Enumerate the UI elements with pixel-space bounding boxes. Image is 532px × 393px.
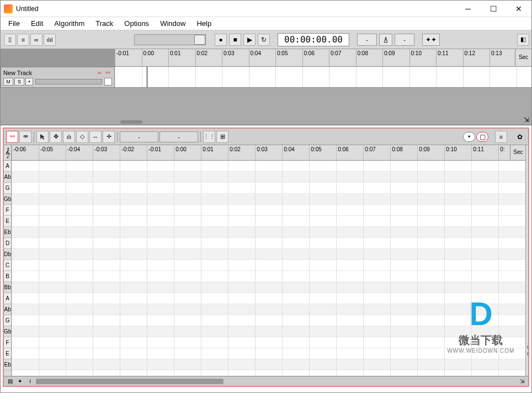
menu-file[interactable]: File [3,18,25,29]
loop-button[interactable]: ↻ [258,34,270,46]
link-icon[interactable]: ∞ [30,34,42,46]
horizontal-scrollbar[interactable] [36,379,516,384]
metronome-button[interactable] [379,34,392,46]
snap-button[interactable]: ⋮⋮ [203,131,215,143]
view-2-icon[interactable]: ✦ [16,378,24,385]
move-tool-button[interactable]: ✥ [50,131,62,143]
wave-tool-button[interactable]: ılı [63,131,75,143]
layout-icon[interactable]: ▯ [4,34,16,46]
track-link-icon[interactable]: ∞ [98,70,104,76]
view-pill-a[interactable]: • [463,132,475,142]
ruler2-tick: -0:01 [147,145,174,160]
key-e[interactable]: E [4,216,11,227]
record-button[interactable]: ● [215,34,227,46]
effects-button[interactable]: ✦✦ [422,34,440,46]
track-timeline: -0:01 0:00 0:01 0:02 0:03 0:04 0:05 0:06… [115,49,531,125]
key-b[interactable]: B [4,271,11,282]
menu-options[interactable]: Options [119,18,155,29]
close-button[interactable]: ✕ [506,1,531,17]
track-name: New Track [3,70,32,76]
ruler2-tick: 0:06 [336,145,363,160]
track-lane[interactable] [115,67,531,88]
track-volume-slider[interactable] [35,79,102,84]
sec-label-2[interactable]: Sec [510,145,525,160]
clef-icon: 𝄞 [4,145,11,161]
ruler2-tick: 0:10 [444,145,471,160]
key-d[interactable]: D [4,238,11,249]
view-1-icon[interactable]: ▤ [6,378,14,385]
key-f2[interactable]: F [4,337,11,348]
stretch-tool-button[interactable]: ↔ [89,131,102,143]
tempo-display-b[interactable]: - [395,34,414,46]
progress-handle[interactable] [194,35,205,45]
menubar: File Edit Algorithm Track Options Window… [1,17,531,30]
play-button[interactable]: ▶ [243,34,256,46]
menu-track[interactable]: Track [90,18,119,29]
stop-button[interactable]: ■ [229,34,241,46]
piano-ruler[interactable]: -0:06 -0:05 -0:04 -0:03 -0:02 -0:01 0:00… [12,145,525,161]
note-display-b[interactable]: - [159,131,198,142]
key-ab[interactable]: Ab [4,172,11,183]
key-eb[interactable]: Eb [4,227,11,238]
key-g[interactable]: G [4,183,11,194]
cursor-icon [40,134,45,140]
track-dot-button[interactable]: • [25,78,33,86]
hscroll-thumb-2[interactable] [36,379,224,384]
grid-button[interactable]: ⊞ [216,131,228,143]
zoom-dot-icon [527,345,528,349]
menu-edit[interactable]: Edit [25,18,49,29]
ruler2-tick: -0:03 [93,145,120,160]
key-eb2[interactable]: Eb [4,359,11,370]
ruler2-tick: 0:09 [417,145,444,160]
view-3-icon[interactable]: ⫲ [26,378,34,385]
key-g2[interactable]: G [4,315,11,326]
solo-button[interactable]: S [14,78,24,86]
key-a[interactable]: A [4,161,11,172]
gear-button[interactable]: ✿ [514,131,526,143]
ruler-tick: 0:10 [409,49,437,66]
key-gb2[interactable]: Gb [4,326,11,337]
progress-slider[interactable] [134,34,206,45]
ruler2-tick: 0:05 [309,145,336,160]
settings-icon-button[interactable]: ≡ [495,131,507,143]
resize-icon[interactable]: ⇲ [524,116,529,124]
key-f[interactable]: F [4,205,11,216]
piano-keys: 𝄞 A Ab G Gb F E Eb D Db C 5 B Bb A Ab G … [4,145,12,376]
hscroll-thumb[interactable] [120,120,142,124]
minimize-button[interactable]: ─ [455,1,481,17]
track-info[interactable]: New Track ∞ ⚯ M S • [1,67,115,88]
list-icon[interactable]: ≡ [17,34,29,46]
maximize-button[interactable]: ☐ [481,1,506,17]
resize-corner-icon[interactable]: ⇲ [518,378,526,385]
ruler-tick: -0:01 [115,49,142,66]
bars-icon[interactable]: ılıl [44,34,56,46]
link-tool-button[interactable]: ⚯ [6,131,18,143]
tempo-display-a[interactable]: - [357,34,377,46]
track-chain-icon[interactable]: ⚯ [105,70,112,76]
ruler-tick: 0:00 [142,49,169,66]
track-color-box[interactable] [104,78,112,86]
key-a2[interactable]: A [4,293,11,304]
key-c5[interactable]: C 5 [4,260,11,271]
sec-label[interactable]: Sec [515,49,531,66]
menu-algorithm[interactable]: Algorithm [49,18,90,29]
key-ab2[interactable]: Ab [4,304,11,315]
key-e2[interactable]: E [4,348,11,359]
note-display-a[interactable]: - [120,131,158,142]
split-tool-button[interactable]: ✛ [103,131,115,143]
timeline-ruler[interactable]: -0:01 0:00 0:01 0:02 0:03 0:04 0:05 0:06… [115,49,531,67]
note-tool-button[interactable]: ◇ [76,131,88,143]
metronome-icon [382,36,389,43]
menu-help[interactable]: Help [191,18,217,29]
view-pill-b[interactable]: ▢ [476,132,488,142]
menu-window[interactable]: Window [155,18,191,29]
vertical-scrollbar[interactable] [525,145,528,376]
key-gb[interactable]: Gb [4,194,11,205]
cursor-tool-button[interactable] [36,131,49,143]
key-bb[interactable]: Bb [4,282,11,293]
mute-button[interactable]: M [3,78,13,86]
key-db[interactable]: Db [4,249,11,260]
panel-toggle-icon[interactable]: ◧ [517,34,529,46]
unlink-tool-button[interactable]: ⚮ [19,131,31,143]
note-grid[interactable]: D 微当下载 WWW.WEIDOWN.COM [12,161,525,376]
